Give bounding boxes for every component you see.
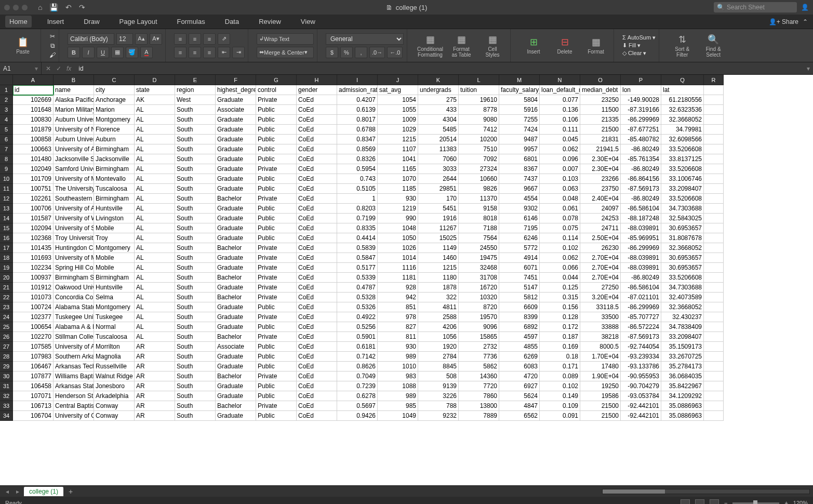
cell[interactable]: Public bbox=[256, 381, 297, 391]
cell[interactable]: Public bbox=[256, 135, 297, 144]
cell[interactable]: 29851 bbox=[418, 184, 459, 194]
cell[interactable]: 0.066 bbox=[540, 263, 580, 273]
cell[interactable]: 433 bbox=[418, 105, 459, 115]
cell[interactable]: 0.5839 bbox=[337, 243, 378, 253]
cell[interactable]: Birmingham bbox=[94, 273, 135, 283]
cell[interactable]: -85.480782 bbox=[621, 135, 661, 144]
row-header[interactable]: 9 bbox=[0, 164, 13, 174]
cell[interactable]: University of Alabama bbox=[54, 204, 94, 214]
cell[interactable]: 100724 bbox=[13, 302, 54, 312]
find-select-button[interactable]: 🔍Find & Select bbox=[699, 33, 728, 58]
fill-button[interactable]: ⬇ Fill ▾ bbox=[622, 42, 656, 49]
cell[interactable]: South bbox=[175, 105, 216, 115]
cell[interactable]: 0.044 bbox=[540, 273, 580, 283]
cell[interactable]: Arkansas State bbox=[54, 381, 94, 391]
cell[interactable]: Public bbox=[256, 154, 297, 164]
cell[interactable]: 35.8422967 bbox=[661, 381, 704, 391]
col-header[interactable]: G bbox=[256, 75, 297, 85]
cell[interactable]: CoEd bbox=[297, 293, 337, 302]
cell[interactable]: 1026 bbox=[378, 243, 418, 253]
row-header[interactable]: 6 bbox=[0, 135, 13, 144]
cell[interactable]: Oakwood University bbox=[54, 283, 94, 293]
cell[interactable]: 7424 bbox=[499, 125, 540, 135]
cell[interactable]: id bbox=[13, 85, 54, 95]
cell[interactable]: Private bbox=[256, 194, 297, 204]
cell[interactable]: Conway bbox=[94, 401, 135, 411]
cell[interactable]: South bbox=[175, 302, 216, 312]
fill-color-button[interactable]: 🪣 bbox=[126, 47, 138, 58]
cell[interactable]: Concordia College bbox=[54, 293, 94, 302]
tab-page-layout[interactable]: Page Layout bbox=[115, 16, 162, 28]
cell[interactable]: AL bbox=[135, 105, 175, 115]
col-header[interactable]: K bbox=[418, 75, 459, 85]
cell[interactable]: -93.133786 bbox=[621, 362, 661, 372]
italic-button[interactable]: I bbox=[82, 47, 95, 58]
cell[interactable]: 2.70E+04 bbox=[580, 273, 621, 283]
cell[interactable]: 33.2098407 bbox=[661, 184, 704, 194]
cell[interactable]: 21941.5 bbox=[580, 144, 621, 154]
col-header[interactable]: F bbox=[216, 75, 256, 85]
cell[interactable]: AR bbox=[135, 381, 175, 391]
align-middle-icon[interactable]: ≡ bbox=[189, 33, 201, 45]
cell[interactable]: AR bbox=[135, 362, 175, 372]
cell[interactable]: -92.442101 bbox=[621, 401, 661, 411]
cell[interactable]: AL bbox=[135, 233, 175, 243]
cell[interactable]: CoEd bbox=[297, 263, 337, 273]
cell[interactable]: CoEd bbox=[297, 164, 337, 174]
row-header[interactable]: 24 bbox=[0, 312, 13, 322]
cell[interactable]: Private bbox=[256, 372, 297, 381]
cell[interactable]: Graduate bbox=[216, 233, 256, 243]
cell[interactable]: 100663 bbox=[13, 144, 54, 154]
cell[interactable]: 0.7049 bbox=[337, 372, 378, 381]
formula-input[interactable]: id bbox=[75, 65, 804, 72]
cell[interactable]: Graduate bbox=[216, 95, 256, 105]
cell[interactable]: CoEd bbox=[297, 115, 337, 125]
autosum-button[interactable]: Σ AutoSum ▾ bbox=[622, 34, 656, 41]
cell[interactable]: 0.5847 bbox=[337, 253, 378, 263]
cell[interactable]: Troy bbox=[94, 233, 135, 243]
cell[interactable]: Private bbox=[256, 273, 297, 283]
cell[interactable]: 106713 bbox=[13, 401, 54, 411]
cell[interactable]: Graduate bbox=[216, 302, 256, 312]
cell[interactable]: 0.128 bbox=[540, 312, 580, 322]
cell[interactable]: 24097 bbox=[580, 204, 621, 214]
cell[interactable] bbox=[704, 332, 724, 342]
cell[interactable]: South bbox=[175, 144, 216, 154]
cell[interactable]: 1149 bbox=[418, 243, 459, 253]
cell[interactable] bbox=[704, 243, 724, 253]
cell[interactable]: 4811 bbox=[418, 302, 459, 312]
cell[interactable]: University of Alabama bbox=[54, 144, 94, 154]
cell[interactable]: AL bbox=[135, 253, 175, 263]
cell[interactable]: Southeastern bbox=[54, 194, 94, 204]
cell[interactable]: 16720 bbox=[459, 283, 499, 293]
cell[interactable]: 24711 bbox=[580, 223, 621, 233]
cell[interactable]: 20514 bbox=[418, 135, 459, 144]
cell[interactable]: 6146 bbox=[499, 214, 540, 223]
cell[interactable]: 14360 bbox=[459, 372, 499, 381]
cell[interactable]: 0.8326 bbox=[337, 154, 378, 164]
cell[interactable]: 170 bbox=[418, 194, 459, 204]
font-size-select[interactable] bbox=[116, 33, 133, 45]
col-header[interactable]: C bbox=[94, 75, 135, 85]
cell[interactable]: Tuscaloosa bbox=[94, 184, 135, 194]
cell[interactable]: Public bbox=[256, 322, 297, 332]
cell[interactable] bbox=[704, 253, 724, 263]
cell[interactable]: 11500 bbox=[580, 105, 621, 115]
cell[interactable]: 0.5954 bbox=[337, 164, 378, 174]
cell[interactable]: 102368 bbox=[13, 233, 54, 243]
cell[interactable]: 851 bbox=[378, 302, 418, 312]
cell[interactable]: 33.8137125 bbox=[661, 154, 704, 164]
cancel-formula-icon[interactable]: ✕ bbox=[46, 65, 51, 72]
cell[interactable]: Tuscaloosa bbox=[94, 332, 135, 342]
cell[interactable]: South bbox=[175, 115, 216, 125]
cell[interactable]: Montgomery bbox=[94, 243, 135, 253]
row-header[interactable]: 30 bbox=[0, 372, 13, 381]
cell[interactable]: 23250 bbox=[580, 95, 621, 105]
format-painter-icon[interactable]: 🖌 bbox=[49, 51, 56, 59]
cell[interactable]: 0.8347 bbox=[337, 135, 378, 144]
cell[interactable]: 0.045 bbox=[540, 135, 580, 144]
cell[interactable]: 33.5206608 bbox=[661, 194, 704, 204]
cell[interactable]: Private bbox=[256, 283, 297, 293]
cell[interactable]: 26230 bbox=[580, 243, 621, 253]
cell[interactable]: -85.969951 bbox=[621, 233, 661, 243]
